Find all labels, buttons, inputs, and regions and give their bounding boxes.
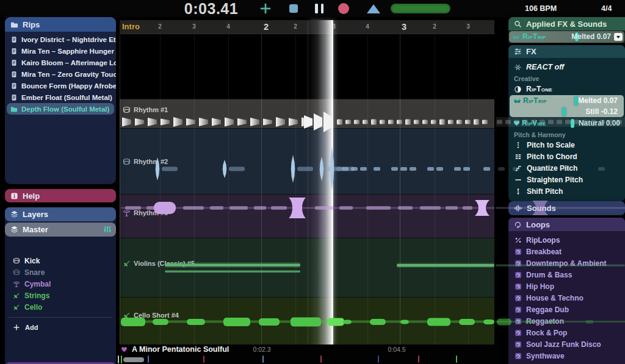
drum-icon xyxy=(13,269,20,276)
loops-header[interactable]: Loops xyxy=(508,218,625,231)
lane-label-text: Cello Short #4 xyxy=(134,312,179,319)
rip-item[interactable]: Kairo Bloom – Afterimage Lo… xyxy=(5,57,116,68)
doc-icon xyxy=(10,82,18,90)
layers-label: Layers xyxy=(23,210,48,219)
rips-header[interactable]: Rips xyxy=(5,17,116,32)
doc-icon xyxy=(10,94,18,101)
ruler-mark: 3 xyxy=(402,20,406,34)
sidebar-track-strings[interactable]: Strings xyxy=(5,290,116,301)
pause-button[interactable] xyxy=(315,4,323,13)
mixer-icon[interactable] xyxy=(103,225,112,234)
riptone-item[interactable]: RipTone xyxy=(508,84,625,95)
loop-category[interactable]: RipLoops xyxy=(508,234,625,246)
minimap-tick xyxy=(118,355,119,363)
rip-item[interactable]: Ember Float (Soulful Metal) xyxy=(5,91,116,103)
help-button[interactable]: Help xyxy=(5,189,116,202)
ruler-mark: 2 xyxy=(264,20,269,34)
heart-icon xyxy=(513,119,521,127)
loop-category[interactable]: Hip Hop xyxy=(508,280,625,292)
master-label: Master xyxy=(23,225,48,234)
sounds-header[interactable]: Sounds xyxy=(508,201,625,215)
rip-item-label: Ivory District – Nightdrive Et… xyxy=(21,36,116,43)
timestamp-right: 0:04.5 xyxy=(375,346,418,353)
track-lane[interactable] xyxy=(120,297,494,345)
loop-category[interactable]: Drum & Bass xyxy=(508,269,625,280)
add-track-label: Add xyxy=(25,324,38,331)
dropdown-button[interactable] xyxy=(614,33,623,41)
minimap-tick xyxy=(148,355,149,363)
play-button[interactable] xyxy=(367,4,380,13)
lane-label-text: Rhythm #2 xyxy=(134,158,168,165)
bpm-display[interactable]: 106 BPM xyxy=(525,0,557,17)
riptrip-slider2[interactable] xyxy=(562,107,566,116)
fx-header[interactable]: FX xyxy=(508,45,625,58)
sidebar-track-kick[interactable]: Kick xyxy=(5,255,116,266)
loop-category-label: Rock & Pop xyxy=(526,329,567,337)
layers-header[interactable]: Layers xyxy=(5,207,116,221)
loopsq-icon xyxy=(515,248,522,255)
loop-category[interactable]: House & Techno xyxy=(508,292,625,304)
rip-item[interactable]: Mira Ten – Sapphire Hunger xyxy=(5,45,116,57)
riptrip-value2: Still -0.12 xyxy=(585,106,618,118)
applied-fx-header[interactable]: Applied FX & Sounds xyxy=(508,17,625,30)
goggles-icon xyxy=(512,33,520,41)
ripvibe-item[interactable]: RipVibe Natural 0.00 xyxy=(508,118,625,129)
loopsq-icon xyxy=(515,329,522,337)
loop-category-label: Downtempo & Ambient xyxy=(526,259,607,268)
pitch-item[interactable]: Pitch to Chord xyxy=(508,151,625,162)
pitch-item[interactable]: Quantize Pitch xyxy=(508,162,625,174)
doc-icon xyxy=(10,36,18,43)
loop-category[interactable]: Synthwave xyxy=(508,350,625,362)
scale-name[interactable]: A Minor Pentatonic Soulful xyxy=(132,345,229,354)
sidebar-track-cymbal[interactable]: Cymbal xyxy=(5,278,116,290)
arrangement-area[interactable]: Intro2342234323 Rhythm #1Rhythm #2Rhythm… xyxy=(120,20,494,344)
doc-icon xyxy=(10,48,18,55)
loopsq-icon xyxy=(515,352,522,360)
pitch-item[interactable]: Pitch to Scale xyxy=(508,139,625,151)
loop-category[interactable]: Downtempo & Ambient xyxy=(508,257,625,269)
sidebar-track-snare[interactable]: Snare xyxy=(5,266,116,278)
add-track-button[interactable]: Add xyxy=(13,322,38,333)
track-label: Strings xyxy=(24,291,49,300)
bottom-bar: A Minor Pentatonic Soulful 0:02.3 0:04.5 xyxy=(116,344,508,364)
applied-riptrip-row[interactable]: RipTrip Melted 0.07 xyxy=(509,31,624,43)
loop-category[interactable]: Breakbeat xyxy=(508,246,625,257)
react-toggle[interactable]: REACT off xyxy=(508,62,625,73)
riptone-label: RipTone xyxy=(526,85,552,93)
gear-icon xyxy=(514,63,522,71)
track-label: Cello xyxy=(24,303,42,312)
loop-category[interactable]: Reggae Dub xyxy=(508,304,625,315)
sounds-label: Sounds xyxy=(527,204,556,213)
timeline-minimap[interactable] xyxy=(116,354,508,364)
timeline-ruler[interactable]: Intro2342234323 xyxy=(120,20,494,34)
record-button[interactable] xyxy=(338,3,349,14)
riptrip-active-block[interactable]: RipTrip Melted 0.07 Still -0.12 xyxy=(510,95,624,117)
rip-item[interactable]: Bounce Form (Happy Afrobe… xyxy=(5,80,116,91)
riptrip-slider1[interactable] xyxy=(574,96,578,105)
track-lane[interactable] xyxy=(120,194,494,238)
track-lane[interactable] xyxy=(120,99,494,129)
loop-category[interactable]: Reggaeton xyxy=(508,315,625,327)
stop-button[interactable] xyxy=(289,4,298,13)
applied-fx-name: RipTrip xyxy=(522,31,546,43)
rip-item[interactable]: Mira Ten – Zero Gravity Touch xyxy=(5,68,116,80)
track-lane[interactable] xyxy=(120,128,494,194)
minimap-tick xyxy=(418,355,419,363)
pitch-item[interactable]: Straighten Pitch xyxy=(508,174,625,185)
rip-item[interactable]: Ivory District – Nightdrive Et… xyxy=(5,34,116,45)
loop-category[interactable]: Rock & Pop xyxy=(508,327,625,338)
pitch-group-label: Pitch & Harmony xyxy=(514,131,624,138)
sidebar-track-cello[interactable]: Cello xyxy=(5,301,116,313)
riptrip-name: RipTrip xyxy=(523,95,547,107)
minimap-scrubber[interactable] xyxy=(123,357,144,362)
rip-item[interactable]: Depth Flow (Soulful Metal) xyxy=(7,103,114,115)
track-lane[interactable] xyxy=(120,238,494,298)
loopsq-icon xyxy=(515,341,522,348)
time-signature[interactable]: 4/4 xyxy=(601,0,612,17)
master-row[interactable]: Master xyxy=(5,223,116,237)
add-button[interactable] xyxy=(259,2,272,15)
loop-category[interactable]: Soul Jazz Funk Disco xyxy=(508,338,625,350)
half-circle-icon xyxy=(514,85,522,93)
ripvibe-slider[interactable] xyxy=(571,119,574,128)
pitch-item[interactable]: Shift Pitch xyxy=(508,185,625,197)
